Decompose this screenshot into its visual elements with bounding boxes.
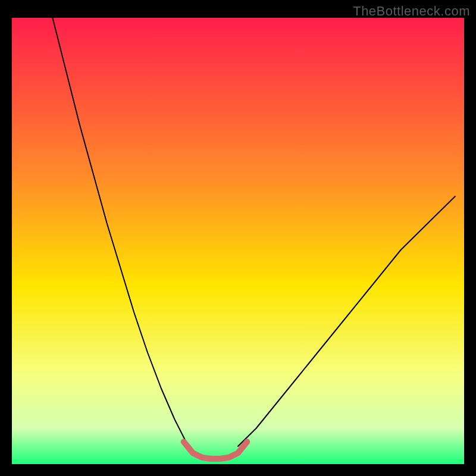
chart-frame: TheBottleneck.com	[0, 0, 476, 476]
bottleneck-chart	[12, 18, 464, 464]
plot-area	[12, 18, 464, 464]
watermark-label: TheBottleneck.com	[353, 4, 470, 19]
gradient-background	[12, 18, 464, 464]
